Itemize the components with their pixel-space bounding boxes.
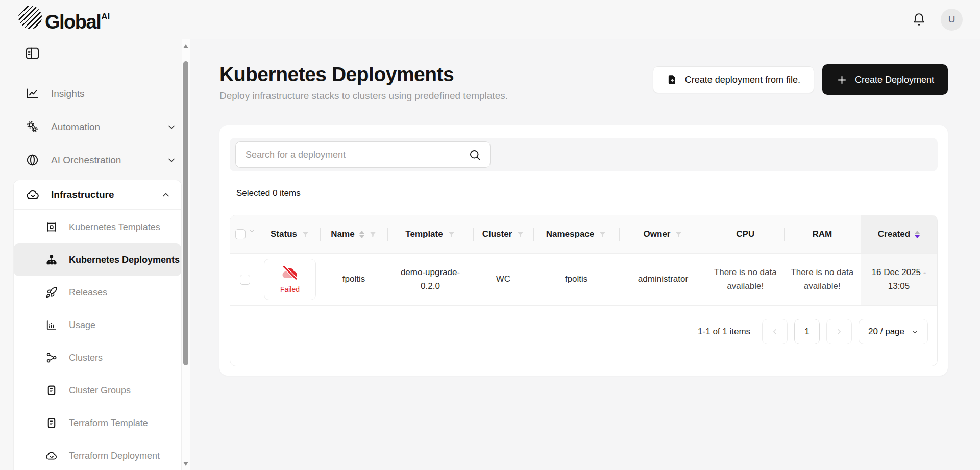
filter-icon[interactable] — [369, 231, 377, 238]
page-1-button[interactable]: 1 — [794, 319, 820, 344]
sidebar-item-terraform-template[interactable]: Terraform Template — [14, 407, 181, 439]
search-icon[interactable] — [469, 149, 481, 161]
cloud-off-icon — [280, 264, 300, 282]
filter-icon[interactable] — [302, 231, 309, 238]
sidebar-item-label: Cluster Groups — [69, 385, 131, 396]
rocket-icon — [45, 286, 58, 299]
brand-sup-text: AI — [101, 12, 110, 21]
create-deployment-button[interactable]: Create Deployment — [822, 64, 948, 95]
sidebar-item-label: Insights — [51, 88, 84, 100]
scroll-down-arrow-icon[interactable] — [183, 462, 188, 466]
notifications-bell-icon[interactable] — [912, 12, 926, 27]
brain-icon — [26, 153, 39, 167]
sidebar-item-clusters[interactable]: Clusters — [14, 341, 181, 374]
filter-icon[interactable] — [599, 231, 606, 238]
logo: GlobalAI — [18, 5, 110, 34]
select-menu-chevron-icon[interactable] — [249, 228, 255, 234]
prev-page-button[interactable] — [762, 319, 788, 344]
column-label-cpu: CPU — [736, 229, 754, 239]
cell-namespace: fpoltis — [533, 254, 619, 305]
document-list-icon — [45, 384, 58, 397]
sidebar-item-kubernetes-deployments[interactable]: Kubernetes Deployments — [14, 243, 181, 276]
chevron-down-icon — [166, 122, 177, 132]
sort-icon-active[interactable] — [915, 231, 920, 238]
pagination-summary: 1-1 of 1 items — [698, 327, 750, 337]
filter-icon[interactable] — [675, 231, 682, 238]
sidebar-item-infrastructure[interactable]: Infrastructure — [14, 180, 181, 210]
column-label-cluster: Cluster — [482, 229, 512, 239]
column-label-created: Created — [878, 229, 910, 239]
main-content: Kubernetes Deployments Deploy infrastruc… — [190, 39, 980, 470]
status-badge: Failed — [264, 259, 316, 301]
topbar-actions: U — [912, 9, 963, 31]
plus-icon — [836, 74, 848, 86]
create-deployment-from-file-button[interactable]: Create deployment from file. — [653, 66, 814, 93]
row-checkbox[interactable] — [240, 275, 250, 285]
sidebar-item-ai-orchestration[interactable]: AI Orchestration — [0, 143, 190, 177]
sidebar-item-label: AI Orchestration — [51, 155, 121, 166]
sidebar-item-insights[interactable]: Insights — [0, 77, 190, 110]
cloud-icon — [45, 450, 58, 462]
column-label-namespace: Namespace — [546, 229, 595, 239]
filter-icon[interactable] — [517, 231, 524, 238]
bar-chart-icon — [45, 319, 58, 331]
cell-template: demo-upgrade-0.2.0 — [387, 254, 473, 305]
select-all-checkbox[interactable] — [235, 229, 246, 239]
scroll-up-arrow-icon[interactable] — [183, 44, 188, 48]
cell-cluster: WC — [473, 254, 533, 305]
sidebar-item-automation[interactable]: Automation — [0, 110, 190, 143]
sidebar-nav: Insights Automation AI Orchestration — [0, 77, 190, 177]
sidebar-item-releases[interactable]: Releases — [14, 276, 181, 309]
cloud-icon — [26, 188, 40, 202]
button-label: Create Deployment — [855, 75, 934, 85]
cell-ram: There is no data available! — [784, 254, 861, 305]
scrollbar-thumb[interactable] — [183, 61, 188, 365]
cell-created: 16 Dec 2025 - 13:05 — [861, 254, 937, 305]
sidebar: Insights Automation AI Orchestration Inf… — [0, 39, 190, 470]
globe-logo-icon — [18, 6, 42, 29]
sort-icon[interactable] — [359, 231, 364, 238]
sidebar-item-label: Releases — [69, 287, 107, 298]
user-avatar[interactable]: U — [941, 9, 963, 31]
sidebar-item-label: Terraform Template — [69, 418, 148, 429]
sidebar-item-terraform-deployment[interactable]: Terraform Deployment — [14, 439, 181, 470]
infrastructure-subnav: Kubernetes Templates Kubernetes Deployme… — [14, 210, 181, 470]
pagination: 1-1 of 1 items 1 20 / page — [230, 305, 937, 366]
column-label-template: Template — [405, 229, 443, 239]
sidebar-scrollbar[interactable] — [182, 39, 190, 470]
sidebar-item-label: Automation — [51, 121, 100, 133]
cell-owner: administrator — [619, 254, 707, 305]
deployments-table: Status Name Template Cluster Namespace O… — [230, 215, 938, 366]
filter-icon[interactable] — [448, 231, 455, 238]
chevron-down-icon — [166, 155, 177, 165]
column-label-owner: Owner — [644, 229, 671, 239]
deployments-card: Selected 0 items Status Name Template Cl… — [219, 125, 948, 376]
search-box[interactable] — [235, 141, 491, 168]
column-label-ram: RAM — [812, 229, 832, 239]
search-input[interactable] — [246, 150, 469, 160]
sidebar-item-kubernetes-templates[interactable]: Kubernetes Templates — [14, 211, 181, 243]
next-page-button[interactable] — [826, 319, 852, 344]
chevron-up-icon — [161, 190, 171, 200]
cell-name: fpoltis — [320, 254, 387, 305]
sidebar-item-usage[interactable]: Usage — [14, 309, 181, 341]
nodes-cluster-icon — [45, 254, 58, 266]
table-header-row: Status Name Template Cluster Namespace O… — [230, 215, 937, 253]
table-toolbar — [230, 138, 938, 171]
table-row[interactable]: Failed fpoltis demo-upgrade-0.2.0 WC fpo… — [230, 253, 937, 305]
page-size-value: 20 / page — [868, 327, 904, 337]
page-header: Kubernetes Deployments Deploy infrastruc… — [219, 63, 948, 102]
column-label-status: Status — [271, 229, 297, 239]
brand-text: Global — [45, 11, 101, 33]
topbar: GlobalAI U — [0, 0, 980, 39]
chart-line-icon — [26, 87, 39, 101]
chevron-down-icon — [911, 328, 919, 336]
sidebar-collapse-button[interactable] — [24, 45, 42, 61]
column-label-name: Name — [331, 229, 354, 239]
document-list-icon — [45, 417, 58, 429]
sidebar-item-label: Clusters — [69, 353, 103, 363]
page-size-select[interactable]: 20 / page — [859, 319, 928, 344]
sidebar-item-label: Infrastructure — [51, 189, 114, 201]
sidebar-item-cluster-groups[interactable]: Cluster Groups — [14, 374, 181, 407]
sidebar-item-label: Kubernetes Deployments — [69, 255, 180, 265]
